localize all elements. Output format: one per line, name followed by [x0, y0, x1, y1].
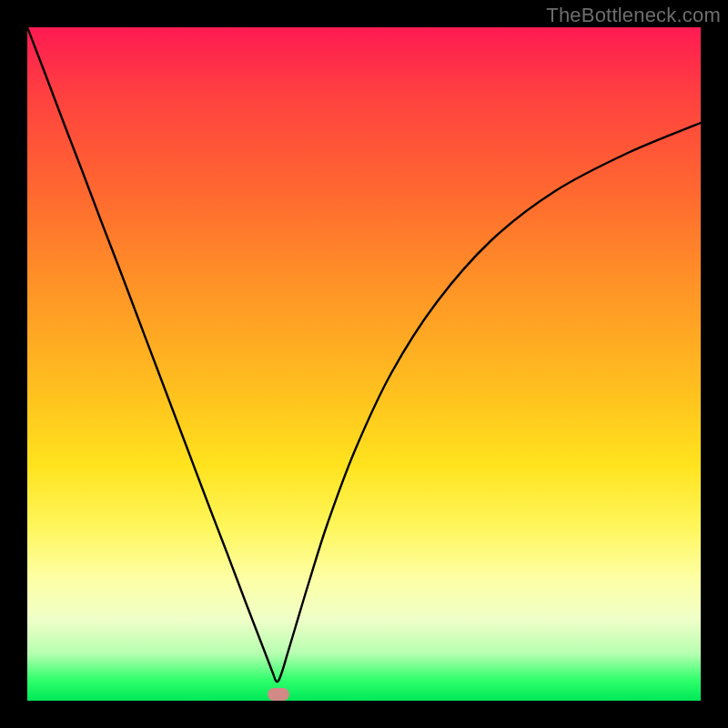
chart-frame: TheBottleneck.com	[0, 0, 728, 728]
curve-svg	[27, 27, 701, 701]
minimum-marker	[268, 688, 289, 701]
bottleneck-curve	[27, 27, 701, 682]
watermark-text: TheBottleneck.com	[546, 4, 721, 27]
gradient-plot-area	[27, 27, 701, 701]
